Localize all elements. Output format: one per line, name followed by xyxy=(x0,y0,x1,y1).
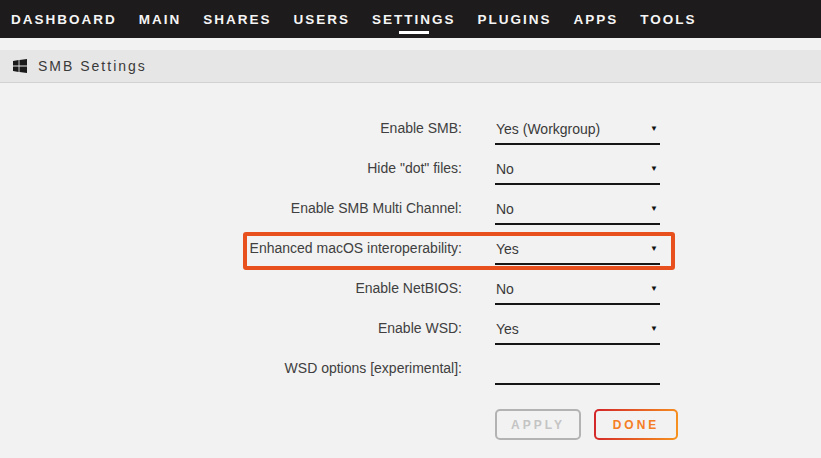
windows-icon xyxy=(13,59,27,73)
nav-item-settings[interactable]: SETTINGS xyxy=(372,12,456,27)
field-label: WSD options [experimental]: xyxy=(0,360,462,385)
form-row-enable-smb: Enable SMB: Yes (Workgroup) ▼ xyxy=(0,105,821,145)
nav-item-users[interactable]: USERS xyxy=(294,12,351,27)
form-row-smb-multi-channel: Enable SMB Multi Channel: No ▼ xyxy=(0,185,821,225)
form-row-hide-dot-files: Hide "dot" files: No ▼ xyxy=(0,145,821,185)
top-nav-bar: DASHBOARD MAIN SHARES USERS SETTINGS PLU… xyxy=(0,0,821,38)
form-row-enable-wsd: Enable WSD: Yes ▼ xyxy=(0,305,821,345)
dropdown-arrow-icon: ▼ xyxy=(650,165,658,173)
nav-item-shares[interactable]: SHARES xyxy=(203,12,271,27)
field-label: Enhanced macOS interoperability: xyxy=(0,240,462,265)
dropdown-arrow-icon: ▼ xyxy=(650,125,658,133)
nav-item-dashboard[interactable]: DASHBOARD xyxy=(11,12,117,27)
field-label: Hide "dot" files: xyxy=(0,160,462,185)
form-row-wsd-options: WSD options [experimental]: xyxy=(0,345,821,385)
wsd-options-input[interactable] xyxy=(495,360,660,376)
form-row-macos-interoperability: Enhanced macOS interoperability: Yes ▼ xyxy=(0,225,821,265)
enable-smb-select[interactable]: Yes (Workgroup) ▼ xyxy=(495,121,660,145)
done-button[interactable]: DONE xyxy=(594,409,678,440)
enable-netbios-select[interactable]: No ▼ xyxy=(495,281,660,305)
select-value: No xyxy=(496,201,514,217)
field-label: Enable WSD: xyxy=(0,320,462,345)
select-value: Yes (Workgroup) xyxy=(496,121,600,137)
page-header: SMB Settings xyxy=(0,50,821,83)
enable-wsd-select[interactable]: Yes ▼ xyxy=(495,321,660,345)
wsd-options-field xyxy=(495,359,660,385)
settings-form: Enable SMB: Yes (Workgroup) ▼ Hide "dot"… xyxy=(0,83,821,457)
dropdown-arrow-icon: ▼ xyxy=(650,245,658,253)
smb-multi-channel-select[interactable]: No ▼ xyxy=(495,201,660,225)
nav-item-main[interactable]: MAIN xyxy=(139,12,182,27)
select-value: Yes xyxy=(496,241,519,257)
select-value: No xyxy=(496,281,514,297)
nav-item-apps[interactable]: APPS xyxy=(574,12,619,27)
select-value: Yes xyxy=(496,321,519,337)
field-label: Enable NetBIOS: xyxy=(0,280,462,305)
top-strip xyxy=(0,38,821,50)
dropdown-arrow-icon: ▼ xyxy=(650,325,658,333)
apply-button[interactable]: APPLY xyxy=(495,409,581,440)
page-title: SMB Settings xyxy=(38,58,147,74)
nav-item-plugins[interactable]: PLUGINS xyxy=(478,12,552,27)
macos-interoperability-select[interactable]: Yes ▼ xyxy=(495,241,660,265)
hide-dot-files-select[interactable]: No ▼ xyxy=(495,161,660,185)
field-label: Enable SMB Multi Channel: xyxy=(0,200,462,225)
nav-item-tools[interactable]: TOOLS xyxy=(640,12,696,27)
dropdown-arrow-icon: ▼ xyxy=(650,285,658,293)
field-label: Enable SMB: xyxy=(0,120,462,145)
select-value: No xyxy=(496,161,514,177)
form-row-enable-netbios: Enable NetBIOS: No ▼ xyxy=(0,265,821,305)
button-row: APPLY DONE xyxy=(495,409,821,440)
dropdown-arrow-icon: ▼ xyxy=(650,205,658,213)
